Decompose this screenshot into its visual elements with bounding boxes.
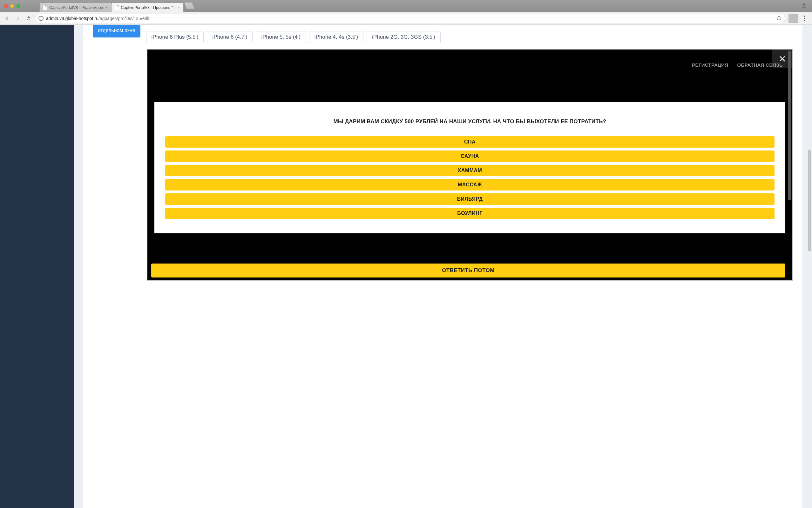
nav-link-register[interactable]: РЕГИСТРАЦИЯ <box>692 62 728 68</box>
preview-scrollbar[interactable] <box>788 51 791 279</box>
browser-menu-button[interactable] <box>800 14 809 23</box>
browser-toolbar: i admin.v8.global-hotspot.ru/agpages/pro… <box>0 12 812 25</box>
browser-tab[interactable]: CaptivePortalV8 - Профиль "Т × <box>111 3 184 12</box>
captive-portal-preview: ✕ РЕГИСТРАЦИЯ ОБРАТНАЯ СВЯЗЬ МЫ ДАРИМ ВА… <box>147 49 793 281</box>
address-bar[interactable]: i admin.v8.global-hotspot.ru/agpages/pro… <box>35 14 785 23</box>
forward-button[interactable] <box>13 14 22 23</box>
browser-tab[interactable]: CaptivePortalV8 - Редактиров × <box>39 3 112 12</box>
scrollbar-thumb[interactable] <box>808 150 811 251</box>
poll-option-label: БОУЛИНГ <box>457 211 483 216</box>
url-host: admin.v8.global-hotspot.ru <box>46 16 98 21</box>
reload-button[interactable] <box>24 14 33 23</box>
browser-tabs: CaptivePortalV8 - Редактиров × CaptivePo… <box>39 0 194 12</box>
new-tab-button[interactable] <box>184 2 195 9</box>
device-pill-label: iPhone 6 (4.7') <box>212 34 247 40</box>
poll-option[interactable]: БИЛЬЯРД <box>165 194 774 205</box>
scrollbar-thumb[interactable] <box>788 51 791 200</box>
poll-option[interactable]: СПА <box>165 136 774 147</box>
sidebar[interactable] <box>0 25 74 508</box>
device-pill-label: iPhone 4, 4s (3.5') <box>315 34 358 40</box>
extension-button[interactable] <box>788 14 798 23</box>
url-path: /agpages/profiles/135/edit <box>98 16 149 21</box>
profile-icon[interactable] <box>801 3 808 9</box>
device-pill-label: iPhone 6 Plus (5.5') <box>152 34 199 40</box>
answer-later-label: ОТВЕТИТЬ ПОТОМ <box>442 267 495 273</box>
poll-card: МЫ ДАРИМ ВАМ СКИДКУ 500 РУБЛЕЙ НА НАШИ У… <box>154 102 785 234</box>
poll-option-label: ХАММАМ <box>458 168 482 173</box>
device-pill[interactable]: iPhone 2G, 3G, 3GS (3.5') <box>367 31 441 43</box>
device-pill[interactable]: iPhone 5, 5s (4') <box>256 31 306 43</box>
poll-option-label: СПА <box>464 139 476 144</box>
page-content: отдельном окне iPhone 6 Plus (5.5') iPho… <box>74 25 812 508</box>
browser-tab-title: CaptivePortalV8 - Редактиров <box>49 5 103 10</box>
site-info-icon[interactable]: i <box>38 16 43 21</box>
poll-option-label: БИЛЬЯРД <box>457 196 483 202</box>
close-icon[interactable]: × <box>106 5 108 10</box>
device-pill[interactable]: iPhone 6 Plus (5.5') <box>146 31 204 43</box>
window-close-button[interactable] <box>4 4 8 8</box>
window-minimize-button[interactable] <box>10 4 14 8</box>
device-pill-label: iPhone 2G, 3G, 3GS (3.5') <box>372 34 435 40</box>
close-icon[interactable]: × <box>178 5 180 10</box>
window-zoom-button[interactable] <box>16 4 20 8</box>
document-icon <box>43 5 47 10</box>
poll-option[interactable]: БОУЛИНГ <box>165 208 774 219</box>
window-titlebar: CaptivePortalV8 - Редактиров × CaptivePo… <box>0 0 812 12</box>
back-button[interactable] <box>3 14 11 23</box>
button-label-line: отдельном окне <box>98 28 135 33</box>
device-pill[interactable]: iPhone 4, 4s (3.5') <box>309 31 363 43</box>
answer-later-button[interactable]: ОТВЕТИТЬ ПОТОМ <box>151 263 785 278</box>
preview-nav: РЕГИСТРАЦИЯ ОБРАТНАЯ СВЯЗЬ <box>692 62 783 68</box>
device-pill-label: iPhone 5, 5s (4') <box>261 34 300 40</box>
poll-question: МЫ ДАРИМ ВАМ СКИДКУ 500 РУБЛЕЙ НА НАШИ У… <box>165 118 774 125</box>
window-controls <box>4 4 20 8</box>
bookmark-icon[interactable] <box>776 15 782 22</box>
poll-option[interactable]: ХАММАМ <box>165 165 774 176</box>
poll-option[interactable]: САУНА <box>165 151 774 162</box>
nav-link-feedback[interactable]: ОБРАТНАЯ СВЯЗЬ <box>737 62 783 68</box>
device-pill[interactable]: iPhone 6 (4.7') <box>207 31 252 43</box>
device-selector: iPhone 6 Plus (5.5') iPhone 6 (4.7') iPh… <box>146 25 441 43</box>
page-scrollbar[interactable] <box>808 26 811 507</box>
browser-tab-title: CaptivePortalV8 - Профиль "Т <box>121 5 175 10</box>
poll-option[interactable]: МАССАЖ <box>165 179 774 190</box>
open-in-window-button[interactable]: отдельном окне <box>93 25 140 38</box>
poll-option-label: САУНА <box>461 153 479 159</box>
viewport: отдельном окне iPhone 6 Plus (5.5') iPho… <box>0 25 812 508</box>
preview-controls-row: отдельном окне iPhone 6 Plus (5.5') iPho… <box>83 25 803 49</box>
content-card: отдельном окне iPhone 6 Plus (5.5') iPho… <box>83 25 803 508</box>
document-icon <box>115 5 119 10</box>
poll-option-label: МАССАЖ <box>458 182 482 187</box>
kebab-icon <box>804 15 805 21</box>
